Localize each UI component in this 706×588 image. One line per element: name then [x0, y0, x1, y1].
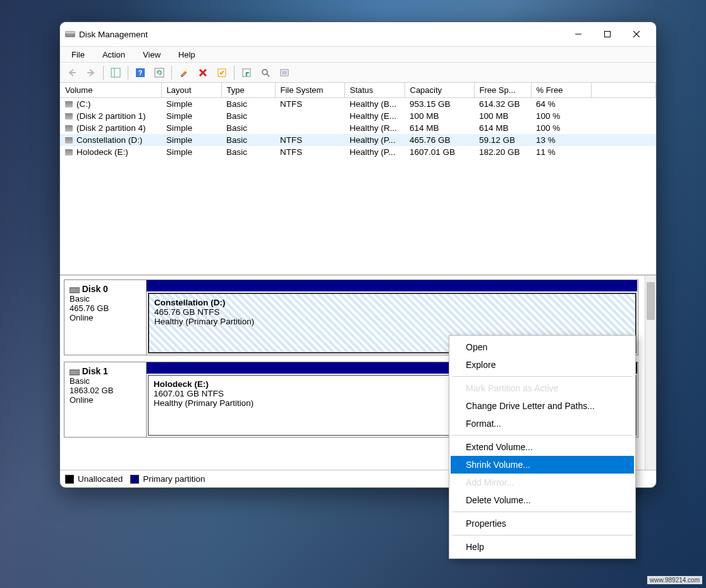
cell-capacity: 100 MB — [405, 110, 474, 122]
svg-rect-13 — [155, 68, 164, 77]
close-button[interactable] — [622, 22, 651, 46]
cell-pct: 13 % — [531, 134, 591, 146]
cell-capacity: 953.15 GB — [405, 98, 474, 111]
cell-status: Healthy (E... — [344, 110, 405, 122]
cell-layout: Simple — [161, 122, 221, 134]
cell-layout: Simple — [161, 98, 221, 111]
cell-free: 614.32 GB — [474, 98, 531, 111]
col-free[interactable]: Free Sp... — [474, 83, 531, 98]
svg-rect-4 — [605, 32, 611, 37]
table-row[interactable]: (Disk 2 partition 1)SimpleBasicHealthy (… — [60, 110, 656, 122]
watermark: www.989214.com — [647, 576, 702, 584]
settings-button-2[interactable] — [257, 64, 274, 81]
disk-icon — [70, 286, 80, 294]
cell-fs — [275, 122, 344, 134]
col-volume[interactable]: Volume — [60, 83, 161, 98]
svg-point-28 — [77, 372, 78, 373]
disk-0-header[interactable]: Disk 0 Basic 465.76 GB Online — [64, 280, 147, 355]
table-row[interactable]: (Disk 2 partition 4)SimpleBasicHealthy (… — [60, 122, 656, 134]
cell-capacity: 614 MB — [405, 122, 474, 134]
show-hide-console-tree-button[interactable] — [107, 64, 124, 81]
cell-type: Basic — [221, 110, 275, 122]
partition-status: Healthy (Primary Partition) — [154, 317, 630, 326]
cell-type: Basic — [221, 98, 275, 111]
refresh-button[interactable] — [151, 64, 167, 81]
context-menu-item[interactable]: Delete Volume... — [451, 491, 634, 509]
scrollbar-vertical[interactable] — [645, 276, 656, 470]
context-menu-item[interactable]: Format... — [451, 415, 634, 432]
cell-layout: Simple — [161, 146, 221, 158]
cell-capacity: 1607.01 GB — [405, 146, 474, 158]
wizard-button[interactable] — [176, 64, 192, 81]
table-row[interactable]: Holodeck (E:)SimpleBasicNTFSHealthy (P..… — [60, 146, 656, 158]
window-title: Disk Management — [79, 30, 564, 39]
disk-1-size: 1863.02 GB — [70, 386, 113, 395]
disk-0-title: Disk 0 — [82, 284, 108, 294]
volume-icon — [65, 125, 73, 132]
col-type[interactable]: Type — [221, 83, 275, 98]
help-button[interactable]: ? — [132, 64, 149, 81]
cell-pct: 64 % — [531, 98, 591, 111]
cell-status: Healthy (P... — [344, 134, 405, 146]
disk-1-type: Basic — [70, 376, 90, 386]
cell-volume: (Disk 2 partition 1) — [60, 110, 161, 122]
menu-file[interactable]: File — [63, 48, 94, 61]
context-menu-item[interactable]: Shrink Volume... — [451, 456, 634, 474]
partition-title: Constellation (D:) — [154, 298, 630, 307]
cell-fs: NTFS — [275, 134, 344, 146]
disk-1-status: Online — [70, 395, 94, 405]
cell-status: Healthy (R... — [344, 122, 405, 134]
col-filesystem[interactable]: File System — [275, 83, 344, 98]
context-menu-item[interactable]: Explore — [451, 356, 634, 374]
context-menu-item[interactable]: Change Drive Letter and Paths... — [451, 397, 634, 415]
legend-label-primary: Primary partition — [143, 474, 205, 484]
minimize-button[interactable] — [564, 22, 593, 46]
col-pctfree[interactable]: % Free — [531, 83, 591, 98]
cell-fs: NTFS — [275, 98, 344, 111]
context-menu-item[interactable]: Open — [451, 338, 634, 356]
forward-button — [83, 64, 99, 81]
col-capacity[interactable]: Capacity — [405, 83, 474, 98]
cell-free: 182.20 GB — [474, 146, 531, 158]
table-row[interactable]: Constellation (D:)SimpleBasicNTFSHealthy… — [60, 134, 656, 146]
svg-point-2 — [72, 35, 73, 36]
context-menu-item[interactable]: Help — [451, 538, 634, 556]
context-menu-separator — [452, 511, 633, 512]
cell-layout: Simple — [161, 110, 221, 122]
menu-help[interactable]: Help — [169, 48, 204, 61]
scrollbar-thumb[interactable] — [647, 282, 655, 320]
disk-1-header[interactable]: Disk 1 Basic 1863.02 GB Online — [64, 362, 147, 437]
volume-list[interactable]: Volume Layout Type File System Status Ca… — [60, 83, 656, 276]
col-spacer[interactable] — [591, 83, 656, 98]
delete-button[interactable] — [195, 64, 211, 81]
cell-volume: (C:) — [60, 98, 161, 111]
menu-view[interactable]: View — [134, 48, 169, 61]
svg-text:?: ? — [138, 69, 143, 77]
cell-free: 614 MB — [474, 122, 531, 134]
settings-button-3[interactable] — [276, 64, 293, 81]
volume-icon — [65, 149, 73, 156]
context-menu[interactable]: OpenExploreMark Partition as ActiveChang… — [449, 335, 636, 559]
context-menu-item[interactable]: Properties — [451, 515, 634, 532]
cell-volume: Constellation (D:) — [60, 134, 161, 146]
cell-capacity: 465.76 GB — [405, 134, 474, 146]
svg-rect-1 — [66, 32, 75, 34]
settings-button-1[interactable] — [238, 64, 255, 81]
cell-status: Healthy (B... — [344, 98, 405, 111]
context-menu-item[interactable]: Extend Volume... — [451, 438, 634, 456]
table-header-row[interactable]: Volume Layout Type File System Status Ca… — [60, 83, 656, 98]
col-layout[interactable]: Layout — [161, 83, 221, 98]
cell-free: 100 MB — [474, 110, 531, 122]
maximize-button[interactable] — [593, 22, 622, 46]
svg-line-20 — [267, 74, 269, 77]
cell-type: Basic — [221, 146, 275, 158]
properties-button[interactable] — [214, 64, 230, 81]
menu-action[interactable]: Action — [94, 48, 134, 61]
table-row[interactable]: (C:)SimpleBasicNTFSHealthy (B...953.15 G… — [60, 98, 656, 111]
cell-pct: 100 % — [531, 122, 591, 134]
svg-point-19 — [262, 70, 267, 75]
titlebar[interactable]: Disk Management — [60, 22, 656, 46]
context-menu-separator — [452, 376, 633, 377]
col-status[interactable]: Status — [344, 83, 405, 98]
partition-size: 465.76 GB NTFS — [154, 307, 630, 317]
